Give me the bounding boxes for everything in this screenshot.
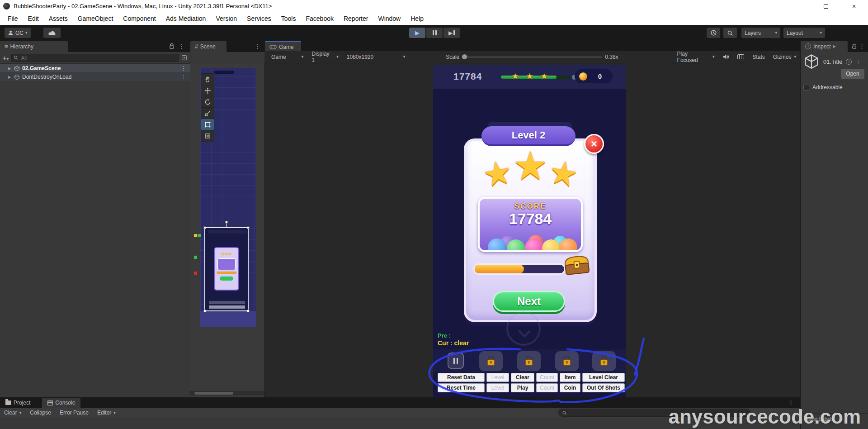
gizmo-marker-red[interactable] <box>194 272 197 275</box>
tab-scroll-arrow-icon[interactable]: ▶ <box>833 44 836 48</box>
selection-handle[interactable] <box>203 310 206 312</box>
close-button[interactable]: × <box>840 0 868 12</box>
console-collapse-button[interactable]: Collapse <box>26 408 56 418</box>
scene-options-kebab[interactable]: ⋮ <box>181 74 186 80</box>
account-dropdown[interactable]: GC ▾ <box>5 28 31 38</box>
tab-hierarchy[interactable]: ≡ Hierarchy <box>0 41 68 52</box>
scene-picking-icon[interactable] <box>181 55 187 61</box>
console-editor-dropdown[interactable]: Editor▾ <box>93 408 120 418</box>
level-clear-button[interactable]: Level Clear <box>582 373 625 382</box>
tab-project[interactable]: Project <box>0 398 36 408</box>
mute-audio-button[interactable] <box>718 51 733 63</box>
layers-dropdown[interactable]: Layers ▾ <box>741 28 780 38</box>
scene-options-kebab[interactable]: ⋮ <box>181 65 186 72</box>
menu-window[interactable]: Window <box>373 15 406 22</box>
menu-services[interactable]: Services <box>242 15 276 22</box>
hierarchy-item-gamescene[interactable]: ▶ 02.GameScene ⋮ <box>0 64 190 72</box>
selection-handle[interactable] <box>203 226 206 229</box>
menu-component[interactable]: Component <box>118 15 160 22</box>
reset-time-button[interactable]: Reset Time <box>438 383 485 392</box>
count-input[interactable]: Count <box>536 373 558 382</box>
tab-scene[interactable]: # Scene <box>190 41 226 52</box>
scale-slider-knob[interactable] <box>462 54 467 59</box>
scene-menu-kebab[interactable]: ⋮ <box>255 43 260 50</box>
gizmo-marker-green[interactable] <box>198 234 201 237</box>
tab-console[interactable]: Console <box>42 398 80 408</box>
asset-kebab[interactable]: ⋮ <box>855 58 861 65</box>
locked-booster-button[interactable] <box>479 351 503 371</box>
step-button[interactable]: ▶ <box>443 28 460 38</box>
menu-version[interactable]: Version <box>211 15 242 22</box>
menu-file[interactable]: File <box>3 15 23 22</box>
selection-handle[interactable] <box>247 310 250 312</box>
open-button[interactable]: Open <box>841 69 864 79</box>
scene-scrollbar-thumb[interactable] <box>194 392 233 395</box>
gizmos-dropdown[interactable]: Gizmos▾ <box>769 51 800 63</box>
locked-booster-button[interactable] <box>555 351 579 371</box>
clear-button[interactable]: Clear <box>511 373 534 382</box>
play-button[interactable]: ▶ <box>409 28 425 38</box>
inspector-menu-kebab[interactable]: ⋮ <box>859 43 865 50</box>
hierarchy-search-input[interactable] <box>20 55 176 61</box>
hierarchy-menu-kebab[interactable]: ⋮ <box>179 43 184 50</box>
mini-game-preview[interactable]: ★★★ <box>204 227 249 311</box>
layout-dropdown[interactable]: Layout ▾ <box>783 28 825 38</box>
pause-button[interactable] <box>426 28 443 38</box>
menu-edit[interactable]: Edit <box>23 15 44 22</box>
menu-ads-mediation[interactable]: Ads Mediation <box>161 15 211 22</box>
menu-tools[interactable]: Tools <box>276 15 301 22</box>
move-tool-button[interactable] <box>201 85 214 96</box>
gizmo-marker-green[interactable] <box>194 256 197 259</box>
menu-facebook[interactable]: Facebook <box>301 15 338 22</box>
locked-booster-button[interactable] <box>592 351 616 371</box>
rect-tool-button[interactable] <box>201 119 214 130</box>
item-button[interactable]: Item <box>560 373 580 382</box>
tab-inspector[interactable]: i Inspect ▶ <box>801 41 848 52</box>
info-icon[interactable]: i <box>846 59 852 65</box>
console-menu-kebab[interactable]: ⋮ <box>788 399 794 406</box>
hierarchy-item-dontdestroy[interactable]: ▶ DontDestroyOnLoad ⋮ <box>0 73 190 81</box>
game-pause-button[interactable] <box>448 353 464 369</box>
expand-arrow-icon[interactable]: ▶ <box>8 67 12 71</box>
search-button[interactable] <box>723 28 737 38</box>
scene-scrollbar[interactable] <box>190 391 264 396</box>
vsync-button[interactable] <box>733 51 748 63</box>
play-debug-button[interactable]: Play <box>511 383 534 392</box>
menu-help[interactable]: Help <box>406 15 429 22</box>
resolution-dropdown[interactable]: 1080x1920▾ <box>343 51 409 63</box>
count-input[interactable]: Count <box>536 383 558 392</box>
out-of-shots-button[interactable]: Out Of Shots <box>582 383 625 392</box>
game-mode-dropdown[interactable]: Game▾ <box>267 51 307 63</box>
menu-gameobject[interactable]: GameObject <box>73 15 118 22</box>
menu-assets[interactable]: Assets <box>44 15 73 22</box>
scene-view[interactable]: ★★★ <box>190 63 264 397</box>
lock-icon[interactable] <box>169 43 175 49</box>
scale-slider[interactable] <box>462 57 602 57</box>
rotate-tool-button[interactable] <box>201 96 214 108</box>
lock-icon[interactable] <box>852 43 857 49</box>
addressable-checkbox[interactable] <box>803 85 809 91</box>
display-dropdown[interactable]: Display 1▾ <box>307 51 343 63</box>
reset-data-button[interactable]: Reset Data <box>438 373 485 382</box>
maximize-button[interactable] <box>812 0 840 12</box>
selection-handle[interactable] <box>247 226 250 229</box>
scale-tool-button[interactable] <box>201 108 214 119</box>
transform-tool-button[interactable] <box>201 130 214 142</box>
hand-tool-button[interactable] <box>201 74 214 85</box>
level-input[interactable]: Level <box>486 383 509 392</box>
undo-history-button[interactable] <box>707 28 720 38</box>
minimize-button[interactable]: – <box>784 0 812 12</box>
menu-reporter[interactable]: Reporter <box>339 15 373 22</box>
add-object-button[interactable]: +▾ <box>3 54 9 62</box>
stats-button[interactable]: Stats <box>748 51 769 63</box>
console-clear-button[interactable]: Clear▾ <box>0 408 26 418</box>
coin-button[interactable]: Coin <box>560 383 580 392</box>
hierarchy-search[interactable] <box>11 54 179 62</box>
console-error-pause-button[interactable]: Error Pause <box>56 408 93 418</box>
cloud-button[interactable] <box>43 28 61 38</box>
gizmo-marker-yellow[interactable] <box>194 234 197 237</box>
level-input[interactable]: Level <box>486 373 509 382</box>
play-focused-dropdown[interactable]: Play Focused▾ <box>673 51 719 63</box>
expand-arrow-icon[interactable]: ▶ <box>8 75 12 79</box>
game-viewport[interactable]: 17784 ★ ★ ★ 0 Level 2 × ★ ★ ★ SCORE 1 <box>433 65 626 397</box>
